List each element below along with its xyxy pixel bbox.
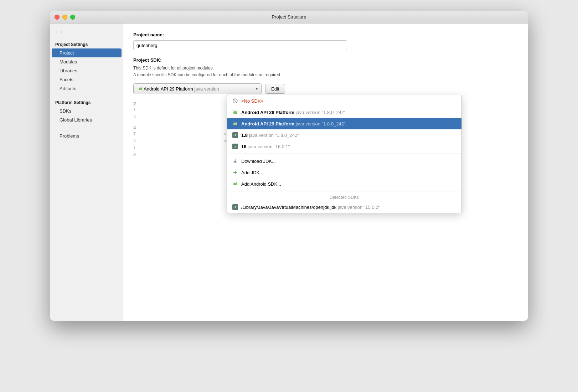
traffic-lights — [55, 15, 75, 20]
sdk-label: Project SDK: — [133, 57, 518, 63]
add-android-sdk-icon — [232, 181, 238, 187]
back-button[interactable]: ‹ — [55, 29, 58, 35]
dropdown-item-add-jdk[interactable]: Add JDK... — [227, 167, 461, 178]
sdk-row: Android API 29 Platform java version ▾ E… — [133, 83, 518, 94]
svg-line-20 — [234, 182, 234, 183]
add-jdk-icon — [232, 169, 238, 176]
sidebar-item-artifacts[interactable]: Artifacts — [52, 84, 122, 93]
problems-section: Problems — [50, 131, 123, 140]
detected-sdks-label: Detected SDKs — [227, 193, 461, 201]
dropdown-item-api29[interactable]: Android API 29 Platform java version "1.… — [227, 118, 461, 129]
sdk-dropdown-text: Android API 29 Platform java version — [144, 86, 256, 92]
edit-button[interactable]: Edit — [265, 84, 285, 94]
no-sdk-icon — [232, 98, 238, 104]
svg-line-9 — [236, 110, 237, 111]
project-name-label: Project name: — [133, 32, 518, 37]
jdk16-icon: J — [232, 143, 238, 150]
sdk-dropdown-popup: <No SDK> Android API 28 Platform java v — [227, 95, 462, 213]
svg-line-3 — [141, 87, 142, 88]
divider-2 — [227, 191, 461, 191]
titlebar: Project Structure — [50, 11, 528, 24]
main-window: Project Structure ‹ › Project Settings P… — [50, 11, 528, 321]
dropdown-item-jdk16[interactable]: J 16 java version "16.0.1" — [227, 141, 461, 152]
svg-line-2 — [139, 87, 140, 88]
android-sdk-icon — [137, 86, 144, 92]
svg-line-12 — [234, 122, 234, 123]
sdk-dropdown[interactable]: Android API 29 Platform java version ▾ — [133, 83, 262, 94]
forward-button[interactable]: › — [60, 29, 63, 35]
dropdown-item-openjdk[interactable]: J /Library/Java/JavaVirtualMachines/open… — [227, 201, 461, 213]
add-jdk-label: Add JDK... — [241, 170, 263, 175]
no-sdk-label: <No SDK> — [241, 98, 263, 104]
nav-back-forward: ‹ › — [50, 27, 123, 38]
section-project-settings: Project Settings — [50, 38, 123, 48]
jdk16-label: 16 java version "16.0.1" — [241, 144, 290, 149]
android-28-icon — [232, 109, 238, 115]
api28-label: Android API 28 Platform java version "1.… — [241, 110, 346, 115]
close-button[interactable] — [55, 15, 60, 20]
sidebar-item-sdks[interactable]: SDKs — [52, 107, 122, 115]
divider-1 — [227, 154, 461, 154]
minimize-button[interactable] — [62, 15, 67, 20]
openjdk-icon: J — [232, 204, 238, 210]
sidebar-item-libraries[interactable]: Libraries — [52, 66, 122, 75]
sidebar-item-global-libraries[interactable]: Global Libraries — [52, 115, 122, 124]
main-content: Project name: Project SDK: This SDK is d… — [123, 24, 528, 321]
sidebar: ‹ › Project Settings Project Modules Lib… — [50, 24, 123, 321]
jdk18-icon: J — [232, 132, 238, 138]
window-title: Project Structure — [272, 14, 306, 20]
android-29-icon — [232, 120, 238, 127]
svg-line-13 — [236, 122, 237, 123]
dropdown-item-api28[interactable]: Android API 28 Platform java version "1.… — [227, 107, 461, 118]
project-name-input[interactable] — [133, 40, 347, 50]
svg-line-5 — [234, 99, 237, 102]
sidebar-item-facets[interactable]: Facets — [52, 75, 122, 84]
openjdk-label: /Library/Java/JavaVirtualMachines/openjd… — [241, 205, 380, 210]
dropdown-arrow-icon: ▾ — [256, 87, 258, 91]
svg-line-21 — [236, 182, 237, 183]
sidebar-item-project[interactable]: Project — [52, 48, 122, 57]
download-jdk-label: Download JDK... — [241, 159, 276, 164]
dropdown-item-download-jdk[interactable]: Download JDK... — [227, 155, 461, 167]
section-platform-settings: Platform Settings — [50, 97, 123, 107]
dropdown-item-add-android-sdk[interactable]: Add Android SDK... — [227, 178, 461, 190]
maximize-button[interactable] — [70, 15, 75, 20]
sidebar-item-modules[interactable]: Modules — [52, 57, 122, 66]
download-jdk-icon — [232, 158, 238, 164]
dropdown-item-jdk18[interactable]: J 1.8 java version "1.8.0_242" — [227, 129, 461, 141]
dropdown-item-no-sdk[interactable]: <No SDK> — [227, 95, 461, 107]
sidebar-item-problems[interactable]: Problems — [52, 131, 122, 140]
content-area: ‹ › Project Settings Project Modules Lib… — [50, 24, 528, 321]
svg-line-8 — [234, 110, 234, 111]
add-android-sdk-label: Add Android SDK... — [241, 181, 281, 187]
sdk-description: This SDK is default for all project modu… — [133, 65, 518, 78]
api29-label: Android API 29 Platform java version "1.… — [241, 121, 346, 127]
jdk18-label: 1.8 java version "1.8.0_242" — [241, 133, 299, 138]
